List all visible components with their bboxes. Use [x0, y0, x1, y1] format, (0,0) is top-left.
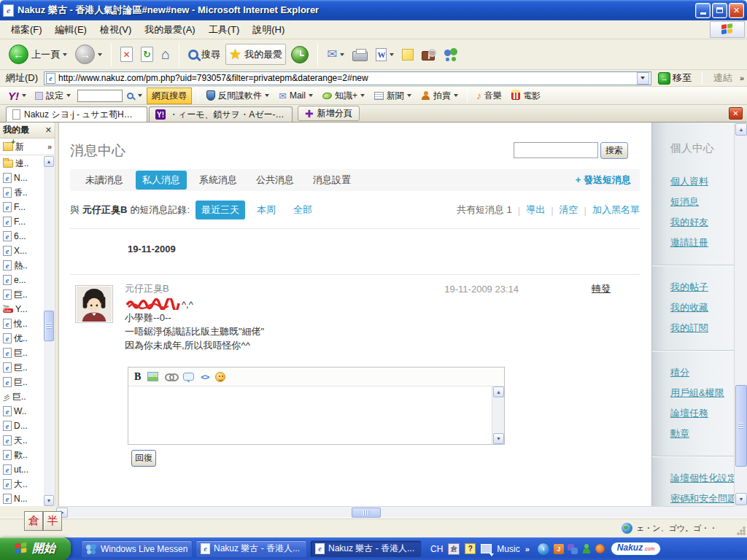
page-vertical-scrollbar[interactable]: ▲ ▼: [734, 122, 747, 506]
messenger-status-icon[interactable]: [581, 544, 592, 554]
yahoo-settings-button[interactable]: 設定: [33, 89, 73, 103]
favorites-scrollbar[interactable]: ▲ ▼: [44, 156, 54, 506]
yahoo-toolbar-item[interactable]: 新聞: [372, 89, 414, 103]
favorite-item[interactable]: 巨..: [0, 389, 44, 404]
sidebar-link[interactable]: 我的好友: [670, 216, 734, 229]
smiley-icon[interactable]: [215, 372, 225, 382]
taskbar-task[interactable]: eNakuz 樂古 - 香港人...: [196, 540, 307, 558]
minimize-button[interactable]: [695, 3, 711, 18]
favorite-item[interactable]: eF...: [0, 200, 44, 214]
menu-item[interactable]: 檔案(F): [4, 21, 49, 39]
ime-indicator[interactable]: 倉: [448, 543, 460, 555]
favorite-item[interactable]: eN...: [0, 491, 44, 506]
filter-range[interactable]: 最近三天: [196, 201, 245, 219]
message-tab[interactable]: 消息設置: [306, 171, 357, 190]
sidebar-link[interactable]: 我的訂閱: [670, 322, 734, 335]
favorite-item[interactable]: eW..: [0, 404, 44, 419]
favorite-item[interactable]: eF...: [0, 214, 44, 229]
web-search-button[interactable]: 網頁搜尋: [147, 88, 192, 104]
address-input[interactable]: [58, 73, 634, 83]
favorite-item[interactable]: e巨..: [0, 360, 44, 375]
menu-item[interactable]: 我的最愛(A): [138, 21, 201, 39]
favorite-item[interactable]: e熱..: [0, 258, 44, 273]
favorites-chevron-icon[interactable]: »: [47, 142, 52, 151]
add-favorite-icon[interactable]: [3, 142, 13, 151]
scroll-up-icon[interactable]: ▲: [493, 386, 504, 397]
favorite-item[interactable]: e巨..: [0, 287, 44, 302]
sidebar-link[interactable]: 邀請註冊: [670, 236, 734, 249]
menu-item[interactable]: 檢視(V): [93, 21, 138, 39]
avatar[interactable]: [75, 285, 113, 323]
print-button[interactable]: [349, 47, 371, 63]
yahoo-logo-button[interactable]: Y!: [6, 89, 28, 103]
mail-button[interactable]: ✉: [324, 45, 347, 63]
add-favorite-label[interactable]: 新: [15, 141, 24, 153]
reply-button[interactable]: 回復: [131, 450, 156, 467]
favorite-item[interactable]: eN...: [0, 171, 44, 185]
language-indicator[interactable]: CH: [430, 544, 443, 554]
sidebar-link[interactable]: 積分: [670, 366, 734, 379]
favorite-item[interactable]: ee...: [0, 273, 44, 287]
taskbar-task[interactable]: Windows Live Messen...: [81, 540, 193, 558]
ime-cangjie-button[interactable]: 倉: [24, 511, 43, 531]
favorite-item[interactable]: Y...: [0, 302, 44, 316]
language-chevron-icon[interactable]: »: [525, 545, 530, 553]
filter-range[interactable]: 全部: [287, 201, 318, 219]
filter-action-link[interactable]: 導出: [526, 203, 545, 217]
maximize-button[interactable]: [712, 3, 727, 18]
sidebar-link[interactable]: 短消息: [670, 195, 734, 209]
research-button[interactable]: [419, 47, 438, 62]
edit-word-button[interactable]: W: [373, 47, 397, 63]
back-button[interactable]: ← 上一頁: [6, 43, 70, 66]
scroll-down-icon[interactable]: ▼: [735, 493, 747, 505]
editor-scrollbar[interactable]: ▲ ▼: [492, 386, 504, 444]
bold-icon[interactable]: [134, 371, 141, 383]
forward-button[interactable]: →: [72, 43, 105, 66]
java-tray-icon[interactable]: J: [554, 544, 564, 554]
menu-item[interactable]: 編輯(E): [49, 21, 93, 39]
ime-help-icon[interactable]: ?: [465, 543, 476, 554]
tray-collapse-icon[interactable]: ‹: [537, 542, 550, 556]
messenger-button[interactable]: [440, 46, 462, 63]
send-message-link[interactable]: + 發送短消息: [576, 174, 631, 187]
favorite-item[interactable]: e巨..: [0, 346, 44, 360]
stop-button[interactable]: ✕: [117, 45, 136, 63]
yahoo-toolbar-item[interactable]: 電影: [509, 89, 543, 103]
history-button[interactable]: [288, 44, 311, 65]
address-dropdown-button[interactable]: [637, 72, 649, 85]
sidebar-link[interactable]: 密碼和安全問題: [670, 492, 734, 505]
sidebar-link[interactable]: 個人資料: [670, 175, 734, 188]
go-button[interactable]: → 移至: [654, 71, 695, 85]
sidebar-link[interactable]: 論壇個性化設定: [670, 472, 734, 485]
favorite-item[interactable]: e歡..: [0, 448, 44, 462]
sidebar-link[interactable]: 用戶組&權限: [670, 386, 734, 400]
start-button[interactable]: 開始: [0, 537, 71, 560]
favorite-item[interactable]: e6...: [0, 229, 44, 244]
notes-button[interactable]: [399, 47, 417, 62]
new-tab-button[interactable]: ✚ 新增分頁: [298, 106, 360, 121]
favorite-item[interactable]: e大..: [0, 477, 44, 491]
yahoo-search-caret-icon[interactable]: [138, 94, 142, 97]
scrollbar-thumb[interactable]: [352, 508, 381, 518]
filter-range[interactable]: 本周: [251, 201, 282, 219]
yahoo-toolbar-item[interactable]: Mail: [276, 90, 315, 102]
yahoo-search-input[interactable]: [77, 90, 123, 102]
panel-splitter[interactable]: [56, 122, 59, 506]
resize-grip[interactable]: [736, 526, 746, 535]
yahoo-toolbar-item[interactable]: 拍賣: [419, 89, 460, 103]
ime-halfwidth-button[interactable]: 半: [43, 511, 62, 531]
links-label[interactable]: 連結: [709, 71, 737, 85]
message-search-input[interactable]: [514, 142, 598, 158]
sidebar-link[interactable]: 論壇任務: [670, 407, 734, 420]
refresh-button[interactable]: ↻: [138, 45, 156, 63]
favorite-item[interactable]: 連..: [0, 156, 44, 171]
message-tab[interactable]: 系統消息: [193, 171, 244, 190]
link-icon[interactable]: [165, 373, 177, 380]
taskbar-task[interactable]: eNakuz 樂古 - 香港人...: [310, 540, 422, 558]
message-author[interactable]: 元仔正臭B: [125, 282, 444, 295]
browser-tab-1[interactable]: Nakuz シヨ·j - ュサエ荀Hヨ・Qスラーマ#...: [6, 106, 147, 122]
favorites-close-icon[interactable]: ✕: [45, 125, 52, 135]
browser-tab-2[interactable]: Y! ・ィーモ、鎖サヲ・Aゼー-QスラアMーマ - ・: [149, 106, 293, 122]
scrollbar-thumb[interactable]: [44, 311, 54, 341]
message-tab[interactable]: 私人消息: [136, 171, 187, 190]
